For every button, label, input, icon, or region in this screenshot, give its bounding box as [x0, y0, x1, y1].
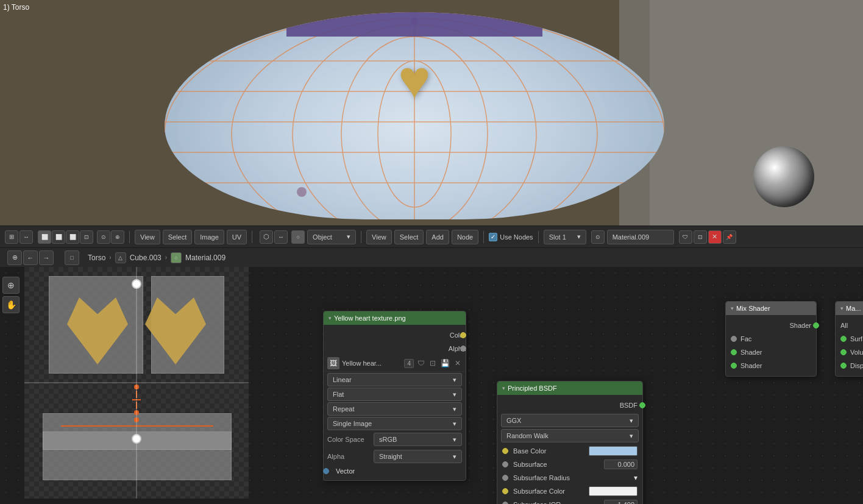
object-mode-icon[interactable]: ○: [291, 230, 305, 244]
linear-dropdown[interactable]: Linear▾: [327, 373, 462, 386]
color-label: Color: [329, 332, 466, 339]
shader2-input-row: Shader: [726, 359, 816, 372]
toggle-arrows[interactable]: ↔: [274, 230, 288, 244]
subsurface-color-swatch[interactable]: [589, 486, 637, 496]
uv-menu[interactable]: UV: [227, 230, 247, 244]
close-node-icon[interactable]: ✕: [453, 358, 462, 369]
texture-node[interactable]: ▾ Yellow heart texture.png Color Alpha 🖼…: [323, 311, 466, 481]
use-nodes-toggle[interactable]: ✓ Use Nodes: [489, 233, 533, 241]
hdri-sphere: [753, 146, 814, 207]
ggx-dropdown-row[interactable]: GGX▾: [501, 414, 639, 427]
surface-socket[interactable]: [840, 336, 847, 342]
shield-icon2[interactable]: 🛡: [416, 358, 426, 369]
ggx-dropdown[interactable]: GGX▾: [501, 414, 639, 427]
viewport-3d[interactable]: ♥ 1) Torso: [0, 0, 863, 225]
subsurface-socket[interactable]: [502, 461, 508, 467]
shield-icon[interactable]: 🛡: [679, 230, 692, 244]
nav-panel: ⊕ ✋: [0, 267, 22, 504]
mix-shader-node[interactable]: ▾ Mix Shader Shader Fac Shader Shader: [725, 301, 817, 377]
shader-output-socket[interactable]: [813, 322, 819, 328]
select-menu-node[interactable]: Select: [394, 230, 424, 244]
material-output-node[interactable]: ▾ Ma... All Surface Volume Displa...: [835, 301, 863, 377]
displacement-row: Displa...: [836, 359, 863, 372]
image-icon: 🖼: [327, 357, 339, 369]
shader2-label: Shader: [740, 362, 811, 369]
vector-socket[interactable]: [323, 468, 329, 474]
mode-icon-3[interactable]: ⬜: [66, 230, 79, 244]
subsurface-radius-socket[interactable]: [502, 475, 508, 481]
object-dropdown[interactable]: Object▾: [307, 230, 356, 244]
mix-shader-collapse[interactable]: ▾: [731, 305, 734, 311]
overlay-icon[interactable]: ⊕: [111, 230, 124, 244]
pin-icon[interactable]: 📌: [723, 230, 736, 244]
display-icon[interactable]: ⊙: [97, 230, 110, 244]
alpha-setting-label: Alpha: [327, 453, 371, 460]
linear-dropdown-row[interactable]: Linear▾: [327, 373, 462, 386]
subsurface-value[interactable]: 0.000: [604, 460, 637, 469]
slot-dropdown[interactable]: Slot 1▾: [544, 230, 586, 244]
bsdf-node[interactable]: ▾ Principled BSDF BSDF GGX▾ Random Walk▾…: [497, 381, 643, 504]
single-image-dropdown-row[interactable]: Single Image▾: [327, 417, 462, 430]
zoom-fit-btn[interactable]: ⊕: [7, 250, 22, 265]
displacement-socket[interactable]: [840, 363, 847, 369]
base-color-swatch[interactable]: [589, 446, 637, 456]
breadcrumb-arrow-2: ›: [165, 254, 167, 261]
zoom-icon[interactable]: ⊕: [2, 277, 20, 294]
subsurface-ior-socket[interactable]: [502, 502, 508, 504]
node-editor-icon[interactable]: ⬡: [260, 230, 273, 244]
volume-socket[interactable]: [840, 349, 847, 355]
repeat-dropdown-row[interactable]: Repeat▾: [327, 402, 462, 416]
view-menu-node[interactable]: View: [366, 230, 392, 244]
color-space-row: Color Space sRGB▾: [324, 431, 466, 447]
all-row: All: [836, 319, 863, 332]
bsdf-collapse[interactable]: ▾: [502, 385, 505, 391]
hand-tool[interactable]: ✋: [2, 296, 20, 313]
alpha-socket[interactable]: [460, 346, 466, 352]
color-socket[interactable]: [460, 332, 466, 338]
add-menu[interactable]: Add: [426, 230, 449, 244]
forward-btn[interactable]: →: [39, 250, 54, 265]
single-image-dropdown[interactable]: Single Image▾: [327, 417, 462, 430]
save-icon[interactable]: 💾: [439, 358, 451, 369]
object-icon: □: [65, 250, 79, 265]
toggle-btn[interactable]: ↔: [20, 230, 33, 244]
subsurface-radius-label: Subsurface Radius: [513, 474, 631, 481]
subsurface-ior-value[interactable]: 1.400: [604, 500, 637, 504]
flat-dropdown[interactable]: Flat▾: [327, 388, 462, 401]
shader1-input-row: Shader: [726, 346, 816, 359]
uv-editor-panel[interactable]: [24, 267, 249, 499]
srgb-dropdown[interactable]: sRGB▾: [374, 433, 462, 446]
image-menu[interactable]: Image: [194, 230, 224, 244]
duplicate-icon[interactable]: ⊡: [428, 358, 437, 369]
use-nodes-checkbox[interactable]: ✓: [489, 233, 497, 241]
select-menu-uv[interactable]: Select: [163, 230, 193, 244]
straight-dropdown[interactable]: Straight▾: [374, 450, 462, 463]
mat-output-collapse[interactable]: ▾: [840, 305, 843, 311]
surface-row: Surface: [836, 332, 863, 346]
bsdf-output-socket[interactable]: [639, 402, 645, 408]
node-menu[interactable]: Node: [452, 230, 478, 244]
view-menu[interactable]: View: [135, 230, 160, 244]
random-walk-dropdown[interactable]: Random Walk▾: [501, 429, 639, 442]
mode-icon-2[interactable]: ⬜: [52, 230, 65, 244]
base-color-socket[interactable]: [502, 448, 508, 454]
subsurface-color-socket[interactable]: [502, 488, 508, 494]
shader2-socket[interactable]: [731, 363, 737, 369]
mode-icon-1[interactable]: ⬜: [38, 230, 51, 244]
material-dropdown[interactable]: Material.009: [607, 230, 674, 244]
shader1-socket[interactable]: [731, 349, 737, 355]
copy-icon[interactable]: ⊡: [694, 230, 707, 244]
breadcrumb-cube: Cube.003: [130, 254, 162, 262]
image-select-row[interactable]: 🖼 Yellow hear... 4 🛡 ⊡ 💾 ✕: [324, 355, 466, 372]
flat-dropdown-row[interactable]: Flat▾: [327, 388, 462, 401]
fac-socket[interactable]: [731, 336, 737, 342]
mode-icon-4[interactable]: ⊡: [80, 230, 93, 244]
back-btn[interactable]: ←: [23, 250, 38, 265]
bsdf-title: Principled BSDF: [508, 385, 557, 392]
editor-type-btn[interactable]: ⊞: [5, 230, 18, 244]
mix-shader-title: Mix Shader: [736, 305, 770, 312]
repeat-dropdown[interactable]: Repeat▾: [327, 402, 462, 416]
collapse-arrow[interactable]: ▾: [329, 315, 332, 321]
close-icon[interactable]: ✕: [708, 230, 722, 244]
random-walk-dropdown-row[interactable]: Random Walk▾: [501, 429, 639, 442]
